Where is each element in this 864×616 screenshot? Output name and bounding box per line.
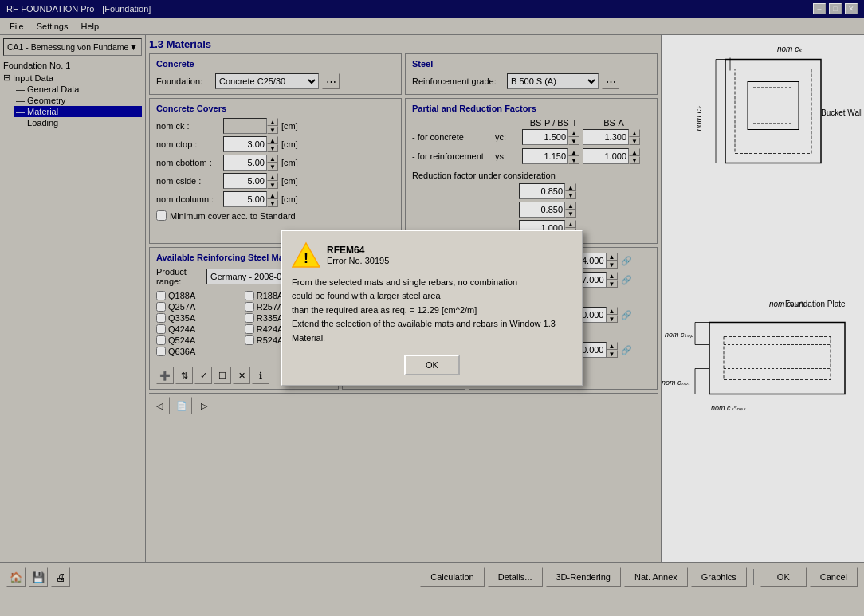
modal-error-no: Error No. 30195 — [327, 256, 389, 265]
modal-overlay: ! RFEM64 Error No. 30195 From the select… — [0, 0, 864, 616]
modal-line3: than the required area as,req. = 12.29 [… — [292, 304, 572, 318]
modal-title: RFEM64 — [327, 245, 389, 256]
modal-line1: From the selected mats and single rebars… — [292, 276, 572, 290]
modal-header: ! RFEM64 Error No. 30195 — [292, 241, 572, 269]
modal-line4: Extend the selection of the available ma… — [292, 317, 572, 345]
modal-line2: could be found with a larger steel area — [292, 289, 572, 304]
modal-ok-button[interactable]: OK — [404, 355, 460, 375]
modal-dialog: ! RFEM64 Error No. 30195 From the select… — [281, 230, 583, 387]
svg-text:!: ! — [304, 250, 308, 266]
modal-footer: OK — [292, 355, 572, 375]
modal-message: From the selected mats and single rebars… — [292, 276, 572, 346]
warning-icon: ! — [292, 241, 320, 269]
